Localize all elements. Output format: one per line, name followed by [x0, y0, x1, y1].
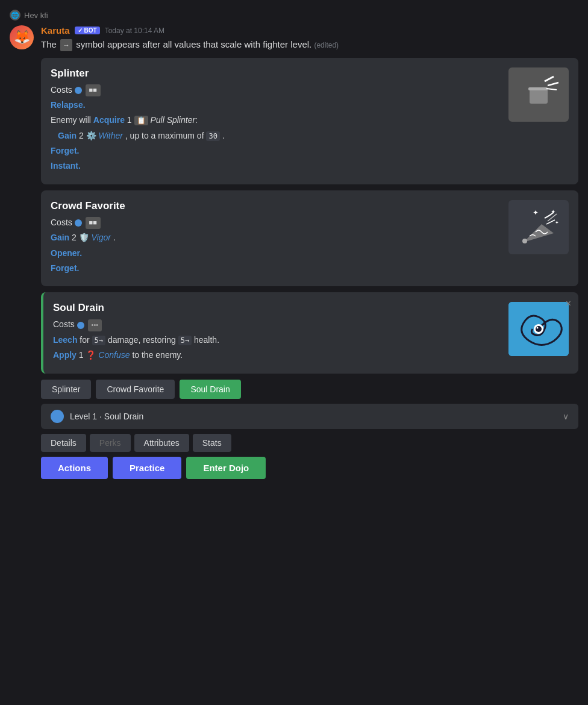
tab-details[interactable]: Details — [41, 434, 86, 452]
leech-label: Leech — [53, 335, 77, 345]
leech-text: for — [80, 335, 92, 345]
damage-text: damage, restoring — [108, 335, 178, 345]
tab-perks: Perks — [90, 434, 131, 452]
splinter-title: Splinter — [51, 67, 501, 80]
splinter-acquire-line: Enemy will Acquire 1 📋 Pull Splinter: — [51, 113, 501, 127]
splinter-cost-line: Costs ■■ — [51, 83, 501, 96]
svg-marker-5 — [524, 224, 554, 242]
close-button[interactable]: × — [566, 298, 571, 309]
soul-drain-apply-line: Apply 1 ❓ Confuse to the enemy. — [53, 348, 501, 362]
acquire-count: 1 — [127, 115, 134, 125]
crowd-favorite-card-body: Crowd Favorite Costs ■■ Gain 2 🛡️ Vigor … — [51, 200, 501, 277]
crowd-favorite-gain-line: Gain 2 🛡️ Vigor . — [51, 231, 501, 244]
soul-drain-leech-line: Leech for 5→ damage, restoring 5→ health… — [53, 333, 501, 346]
soul-drain-card-body: Soul Drain Costs ••• Leech for 5→ damage… — [53, 302, 501, 363]
confuse-label: Confuse — [98, 350, 130, 360]
vigor-label: Vigor — [92, 233, 111, 242]
cost-dots-3: ••• — [88, 319, 102, 331]
splinter-card: Splinter Costs ■■ Relapse. Enemy will Ac… — [41, 58, 578, 184]
damage-value: 5→ — [92, 336, 105, 345]
crowd-favorite-cost-line: Costs ■■ — [51, 216, 501, 229]
crowd-favorite-opener-line: Opener. — [51, 246, 501, 260]
wither-icon: ⚙️ — [86, 131, 96, 140]
svg-point-13 — [537, 327, 539, 329]
tab-soul-drain[interactable]: Soul Drain — [180, 380, 240, 399]
health-value: 5→ — [178, 336, 192, 345]
apply-suffix: to the enemy. — [132, 350, 183, 360]
cost-icon-2 — [75, 219, 82, 227]
action-buttons-row: Actions Practice Enter Dojo — [41, 457, 578, 479]
pull-card-icon: 📋 — [134, 116, 148, 125]
chat-header: 🌐 Hev kfi — [10, 10, 578, 20]
tab-attributes[interactable]: Attributes — [134, 434, 189, 452]
cost-icon-1 — [75, 87, 82, 94]
soul-drain-card: Soul Drain Costs ••• Leech for 5→ damage… — [41, 292, 578, 373]
level-dropdown[interactable]: Level 1 · Soul Drain ∨ — [41, 404, 578, 429]
max-value: 30 — [206, 131, 219, 141]
splinter-instant-line: Instant. — [51, 159, 501, 172]
forget-label-1: Forget. — [51, 146, 79, 155]
bot-badge: ✓ BOT — [75, 27, 100, 34]
vigor-icon: 🛡️ — [79, 233, 89, 242]
practice-button[interactable]: Practice — [113, 457, 181, 479]
tab-crowd-favorite[interactable]: Crowd Favorite — [96, 380, 175, 399]
crowd-favorite-image: ✦ ✦ ✦ — [508, 200, 569, 254]
message-meta: Karuta ✓ BOT Today at 10:14 AM — [41, 25, 578, 36]
svg-line-4 — [546, 89, 557, 90]
message-text: The → symbol appears after all values th… — [41, 38, 578, 52]
message-content: Karuta ✓ BOT Today at 10:14 AM The → sym… — [41, 25, 578, 479]
arrow-icon: → — [60, 39, 72, 51]
splinter-image — [508, 67, 569, 122]
splinter-forget-line: Forget. — [51, 144, 501, 157]
costs-label-3: Costs — [53, 319, 77, 329]
dropdown-dot — [51, 410, 64, 423]
text-after: symbol appears after all values that sca… — [76, 39, 311, 49]
gain-label-2: Gain — [51, 233, 69, 242]
acquire-label: Acquire — [93, 115, 125, 125]
forget-label-2: Forget. — [51, 263, 79, 273]
svg-line-3 — [548, 83, 558, 86]
confuse-icon: ❓ — [86, 350, 96, 360]
actions-button[interactable]: Actions — [41, 457, 108, 479]
dropdown-label: Level 1 · Soul Drain — [70, 412, 557, 421]
globe-icon: 🌐 — [10, 10, 20, 20]
svg-line-2 — [545, 77, 554, 81]
apply-count: 1 — [79, 350, 86, 360]
svg-rect-1 — [528, 87, 548, 90]
avatar: 🦊 — [10, 25, 34, 49]
soul-drain-title: Soul Drain — [53, 302, 501, 314]
splinter-gain-line: Gain 2 ⚙️ Wither , up to a maximum of 30… — [51, 129, 501, 142]
timestamp: Today at 10:14 AM — [105, 27, 164, 35]
skill-tabs-row: Splinter Crowd Favorite Soul Drain — [41, 380, 578, 399]
svg-text:✦: ✦ — [555, 220, 559, 225]
opener-label: Opener. — [51, 248, 82, 258]
username-label: Hev kfi — [24, 11, 48, 20]
gain-count-2: 2 — [72, 233, 79, 242]
gain-label-1: Gain — [58, 131, 77, 140]
svg-point-12 — [536, 326, 542, 332]
crowd-favorite-card: Crowd Favorite Costs ■■ Gain 2 🛡️ Vigor … — [41, 190, 578, 287]
pull-splinter-label: Pull Splinter: — [150, 115, 198, 125]
message-row: 🦊 Karuta ✓ BOT Today at 10:14 AM The → s… — [10, 25, 578, 479]
crowd-favorite-title: Crowd Favorite — [51, 200, 501, 212]
costs-label-1: Costs — [51, 85, 75, 95]
crowd-favorite-svg: ✦ ✦ ✦ — [511, 203, 566, 251]
tab-stats[interactable]: Stats — [193, 434, 231, 452]
checkmark-icon: ✓ — [78, 27, 83, 34]
relapse-label: Relapse. — [51, 100, 86, 110]
period-1: . — [222, 131, 225, 140]
svg-rect-0 — [530, 89, 548, 104]
bot-label: BOT — [84, 27, 97, 34]
splinter-svg — [511, 70, 566, 119]
soul-drain-image — [508, 302, 569, 356]
cost-icon-3 — [77, 322, 84, 329]
tab-splinter[interactable]: Splinter — [41, 380, 91, 399]
splinter-card-body: Splinter Costs ■■ Relapse. Enemy will Ac… — [51, 67, 501, 175]
info-tabs-row: Details Perks Attributes Stats — [41, 434, 578, 452]
wither-label: Wither — [99, 131, 123, 140]
edited-label: (edited) — [314, 41, 339, 49]
svg-text:✦: ✦ — [533, 208, 539, 217]
cost-bar-1: ■■ — [86, 84, 101, 96]
enter-dojo-button[interactable]: Enter Dojo — [186, 457, 266, 479]
soul-drain-cost-line: Costs ••• — [53, 318, 501, 331]
